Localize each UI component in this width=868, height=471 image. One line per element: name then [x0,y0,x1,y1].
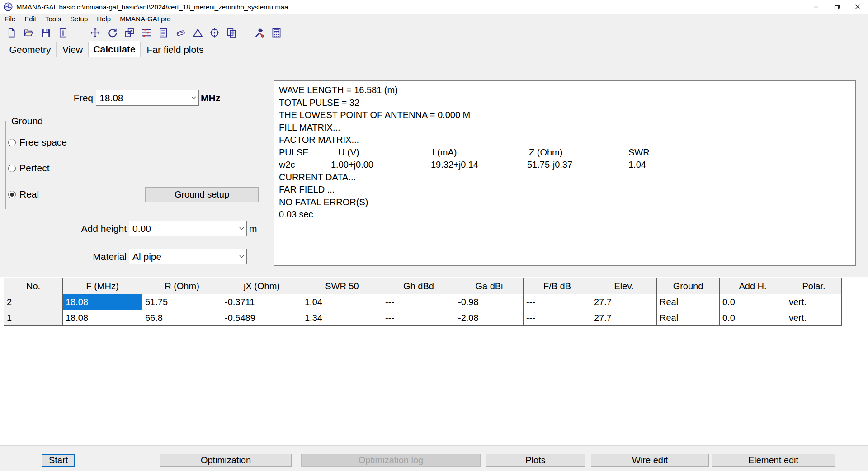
table-cell[interactable]: vert. [786,294,842,310]
start-button[interactable]: Start [42,454,75,467]
col-header-fb-db[interactable]: F/B dB [524,278,591,294]
minimize-button[interactable] [806,0,826,14]
table-cell[interactable]: 27.7 [591,294,657,310]
table-cell[interactable]: 18.08 [63,310,142,326]
tab-geometry[interactable]: Geometry [4,42,57,57]
col-header-f-mhz[interactable]: F (MHz) [63,278,142,294]
log-line: CURRENT DATA... [279,171,855,184]
col-header-elev[interactable]: Elev. [591,278,657,294]
restore-button[interactable] [826,0,847,14]
copy-icon[interactable] [225,26,238,39]
pulse-value-cell: 1.00+j0.00 [331,159,373,171]
calculator-icon[interactable] [270,26,283,39]
pulse-value-cell: 51.75-j0.37 [527,159,572,171]
material-label: Material [63,251,127,262]
table-cell[interactable]: --- [524,310,591,326]
tab-far-field-plots[interactable]: Far field plots [140,42,210,57]
save-icon[interactable] [39,26,52,39]
chevron-down-icon[interactable] [236,227,246,230]
rotate-icon[interactable] [106,26,118,39]
table-cell[interactable]: 66.8 [142,310,222,326]
col-header-ga-dbi[interactable]: Ga dBi [455,278,524,294]
optimization-button[interactable]: Optimization [160,454,292,467]
tab-view[interactable]: View [57,42,89,57]
table-cell[interactable]: vert. [786,310,842,326]
pulse-header-cell: Z (Ohm) [529,146,562,159]
col-header-r-ohm[interactable]: R (Ohm) [142,278,222,294]
radio-free-space[interactable]: Free space [8,137,67,148]
scale-window-icon[interactable] [123,26,136,39]
add-height-combobox[interactable]: 0.00 [129,221,247,236]
row-header[interactable]: 1 [4,310,63,326]
log-line: FILL MATRIX... [279,122,855,134]
element-edit-button[interactable]: Element edit [712,454,835,467]
add-height-value: 0.00 [129,223,236,234]
close-button[interactable] [847,0,868,14]
pulse-header-cell: PULSE [279,146,309,159]
table-cell[interactable]: Real [657,310,720,326]
open-folder-icon[interactable] [22,26,35,39]
pulse-value-row: w2c 1.00+j0.00 19.32+j0.14 51.75-j0.37 1… [279,159,855,171]
table-cell[interactable]: -0.5489 [222,310,302,326]
move-icon[interactable] [89,26,101,39]
col-header-ground[interactable]: Ground [657,278,720,294]
menu-edit[interactable]: Edit [20,14,41,24]
table-cell[interactable]: Real [657,294,720,310]
radio-real-circle[interactable] [8,191,16,198]
col-header-gh-dbd[interactable]: Gh dBd [382,278,455,294]
material-combobox[interactable]: Al pipe [129,249,247,264]
menu-mmana-galpro[interactable]: MMANA-GALpro [115,14,175,24]
pulse-header-cell: SWR [628,146,650,159]
table-cell[interactable]: -2.08 [455,310,524,326]
sliders-icon[interactable] [140,26,152,39]
row-header[interactable]: 2 [4,294,63,310]
wire-edit-button[interactable]: Wire edit [591,454,709,467]
document-icon[interactable] [157,26,170,39]
col-header-add-h[interactable]: Add H. [720,278,786,294]
ground-setup-button[interactable]: Ground setup [145,187,259,202]
ground-groupbox-label: Ground [9,116,45,127]
radio-free-space-circle[interactable] [8,139,16,146]
chevron-down-icon[interactable] [189,96,198,99]
new-file-icon[interactable] [5,26,18,39]
table-cell[interactable]: 1.34 [302,310,382,326]
col-header-swr50[interactable]: SWR 50 [302,278,382,294]
menu-help[interactable]: Help [92,14,115,24]
chevron-down-icon[interactable] [236,255,246,258]
tools-icon[interactable] [253,26,265,39]
radio-perfect-circle[interactable] [8,165,16,172]
table-cell[interactable]: -0.3711 [222,294,302,310]
menu-file[interactable]: File [0,14,20,24]
radio-real[interactable]: Real [8,189,39,200]
menu-setup[interactable]: Setup [66,14,92,24]
bottom-bar: Start Optimization Optimization log Plot… [0,445,868,471]
table-cell[interactable]: 51.75 [142,294,222,310]
file-info-icon[interactable] [57,26,69,39]
tab-calculate[interactable]: Calculate [89,41,140,57]
table-cell[interactable]: 0.0 [720,294,786,310]
radio-free-space-label: Free space [19,137,67,148]
add-height-label: Add height [63,223,127,234]
freq-combobox[interactable]: 18.08 [96,90,199,106]
eraser-icon[interactable] [174,26,187,39]
triangle-icon[interactable] [191,26,204,39]
pulse-value-cell: w2c [279,159,295,171]
log-line: WAVE LENGTH = 16.581 (m) [279,84,855,97]
table-cell[interactable]: --- [382,310,455,326]
col-header-jx-ohm[interactable]: jX (Ohm) [222,278,302,294]
col-header-no[interactable]: No. [4,278,63,294]
table-cell[interactable]: 0.0 [720,310,786,326]
table-cell-selected[interactable]: 18.08 [63,294,142,310]
target-icon[interactable] [208,26,221,39]
table-cell[interactable]: --- [382,294,455,310]
table-row: 1 18.08 66.8 -0.5489 1.34 --- -2.08 --- … [4,310,842,326]
menu-tools[interactable]: Tools [41,14,66,24]
radio-perfect[interactable]: Perfect [8,163,50,174]
col-header-polar[interactable]: Polar. [786,278,842,294]
plots-button[interactable]: Plots [486,454,585,467]
table-cell[interactable]: -0.98 [455,294,524,310]
table-cell[interactable]: 27.7 [591,310,657,326]
table-cell[interactable]: 1.04 [302,294,382,310]
table-cell[interactable]: --- [524,294,591,310]
freq-value: 18.08 [96,93,189,104]
